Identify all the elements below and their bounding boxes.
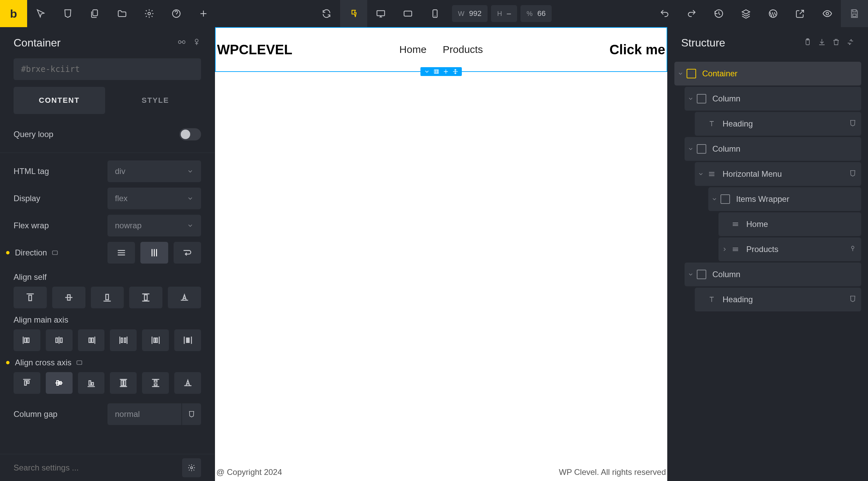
html-tag-label: HTML tag: [14, 167, 107, 176]
zoom-field[interactable]: %66: [520, 5, 552, 22]
tree-menu-products[interactable]: Products: [718, 237, 861, 261]
structure-panel: Structure Container Column: [667, 27, 868, 481]
width-field[interactable]: W992: [452, 5, 488, 22]
tab-content[interactable]: CONTENT: [14, 87, 105, 114]
tree-horizontal-menu[interactable]: Horizontal Menu: [695, 162, 861, 186]
pin-icon[interactable]: [192, 38, 201, 48]
cursor-icon[interactable]: [27, 0, 54, 27]
svg-rect-37: [121, 380, 123, 386]
direction-wrap-icon[interactable]: [174, 242, 201, 264]
folder-icon[interactable]: [108, 0, 136, 27]
tree-column-3[interactable]: Column: [685, 263, 861, 286]
align-self-start-icon[interactable]: [14, 287, 47, 308]
tree-menu-home[interactable]: Home: [718, 212, 861, 236]
justify-evenly-icon[interactable]: [174, 329, 201, 351]
svg-rect-27: [156, 338, 157, 342]
align-cross-end-icon[interactable]: [78, 372, 105, 394]
css-shield-icon[interactable]: [54, 0, 81, 27]
svg-rect-35: [89, 381, 91, 385]
justify-between-icon[interactable]: [110, 329, 137, 351]
site-brand[interactable]: WPCLEVEL: [217, 42, 292, 57]
justify-around-icon[interactable]: [142, 329, 169, 351]
svg-rect-44: [437, 70, 438, 74]
tree-heading-2[interactable]: Heading: [695, 288, 861, 311]
justify-center-icon[interactable]: [46, 329, 73, 351]
clipboard-icon[interactable]: [804, 38, 812, 47]
structure-title: Structure: [681, 37, 725, 49]
wordpress-icon[interactable]: [760, 0, 787, 27]
menu-products[interactable]: Products: [443, 44, 483, 55]
column-gap-css-icon[interactable]: [182, 403, 201, 425]
columns-icon[interactable]: [433, 69, 439, 75]
app-logo[interactable]: b: [0, 0, 27, 27]
svg-point-1: [148, 12, 151, 15]
align-cross-center-icon[interactable]: [46, 372, 73, 394]
help-icon[interactable]: [163, 0, 190, 27]
collapse-icon[interactable]: [846, 38, 854, 47]
chevron-down-icon[interactable]: [424, 69, 430, 75]
align-self-baseline-icon[interactable]: [168, 287, 201, 308]
query-loop-toggle[interactable]: [179, 128, 201, 140]
preview-eye-icon[interactable]: [814, 0, 841, 27]
refresh-icon[interactable]: [313, 0, 340, 27]
base-breakpoint-icon[interactable]: [340, 0, 367, 27]
html-tag-select[interactable]: div: [107, 160, 201, 182]
direction-row-icon[interactable]: [107, 242, 135, 264]
svg-rect-10: [178, 41, 181, 44]
justify-start-icon[interactable]: [14, 329, 40, 351]
svg-rect-13: [52, 251, 57, 255]
svg-rect-40: [154, 384, 157, 386]
align-cross-baseline-icon[interactable]: [174, 372, 201, 394]
flex-wrap-label: Flex wrap: [14, 221, 107, 230]
site-cta[interactable]: Click me: [609, 42, 665, 57]
align-self-stretch-icon[interactable]: [129, 287, 162, 308]
align-self-center-icon[interactable]: [52, 287, 85, 308]
tree-column-1[interactable]: Column: [685, 87, 861, 111]
layers-icon[interactable]: [732, 0, 760, 27]
desktop-wide-icon[interactable]: [367, 0, 394, 27]
history-icon[interactable]: [705, 0, 732, 27]
svg-rect-21: [60, 338, 62, 342]
display-select[interactable]: flex: [107, 188, 201, 209]
undo-icon[interactable]: [651, 0, 678, 27]
column-gap-input[interactable]: normal: [107, 403, 181, 425]
height-field[interactable]: H–: [491, 5, 517, 22]
move-icon[interactable]: [452, 69, 458, 75]
svg-rect-14: [29, 295, 32, 301]
save-button[interactable]: [841, 0, 868, 27]
external-link-icon[interactable]: [787, 0, 814, 27]
flex-wrap-select[interactable]: nowrap: [107, 215, 201, 236]
align-cross-stretch-icon[interactable]: [110, 372, 137, 394]
tab-style[interactable]: STYLE: [110, 87, 201, 114]
tree-column-2[interactable]: Column: [685, 137, 861, 161]
selection-handle-bar[interactable]: [420, 67, 462, 76]
tablet-landscape-icon[interactable]: [394, 0, 421, 27]
align-cross-between-icon[interactable]: [142, 372, 169, 394]
search-settings-input[interactable]: [14, 463, 177, 473]
svg-rect-42: [434, 70, 436, 74]
selected-container[interactable]: WPCLEVEL Home Products Click me: [215, 27, 667, 72]
align-cross-start-icon[interactable]: [14, 372, 40, 394]
direction-column-icon[interactable]: [140, 242, 168, 264]
tree-items-wrapper[interactable]: Items Wrapper: [708, 187, 861, 211]
link-icon[interactable]: [177, 38, 186, 48]
tree-heading-1[interactable]: Heading: [695, 112, 861, 136]
menu-home[interactable]: Home: [399, 44, 427, 55]
search-settings-gear-icon[interactable]: [182, 458, 201, 477]
svg-point-12: [195, 39, 198, 42]
redo-icon[interactable]: [678, 0, 705, 27]
canvas[interactable]: WPCLEVEL Home Products Click me @ Copyri…: [215, 27, 667, 481]
align-main-label: Align main axis: [14, 315, 201, 325]
tree-container[interactable]: Container: [674, 62, 861, 85]
download-icon[interactable]: [818, 38, 826, 47]
trash-icon[interactable]: [832, 38, 840, 47]
settings-gear-icon[interactable]: [136, 0, 163, 27]
add-icon[interactable]: [190, 0, 217, 27]
pages-icon[interactable]: [81, 0, 108, 27]
svg-rect-32: [27, 381, 29, 383]
split-icon[interactable]: [443, 69, 449, 75]
mobile-icon[interactable]: [421, 0, 449, 27]
align-self-end-icon[interactable]: [91, 287, 124, 308]
justify-end-icon[interactable]: [78, 329, 105, 351]
element-id-input[interactable]: [14, 58, 201, 80]
